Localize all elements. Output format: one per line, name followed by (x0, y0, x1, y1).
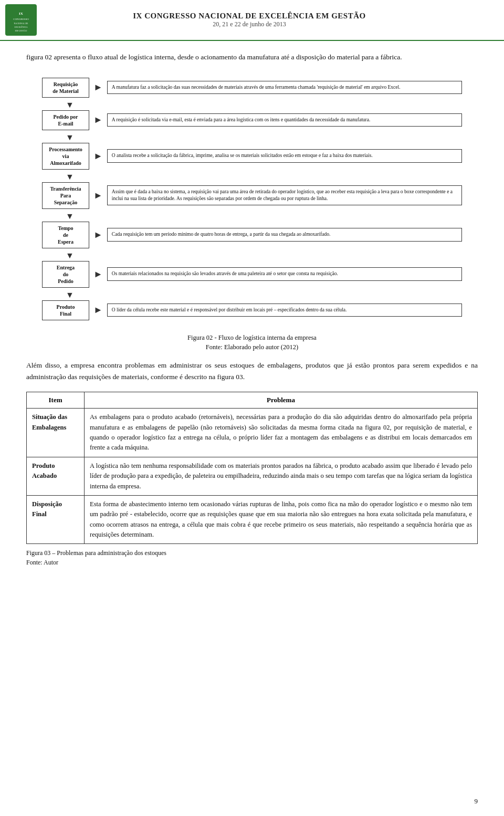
item-embalagens: Situação dasEmbalagens (27, 409, 85, 457)
figure-02-container: Requisiçãode Material ► A manufatura faz… (26, 72, 478, 353)
table-header-row: Item Problema (27, 392, 478, 409)
flow-down-6: ▼ (66, 291, 462, 299)
figure-03-caption-line1: Figura 03 – Problemas para administração… (26, 549, 166, 557)
flow-desc-7: O líder da célula recebe este material e… (107, 304, 462, 317)
table-row-produto-acabado: ProdutoAcabado A logística não tem nenhu… (27, 457, 478, 495)
problema-produto-acabado: A logística não tem nenhuma responsabili… (85, 457, 478, 495)
flow-desc-1: A manufatura faz a solicitação das suas … (107, 81, 462, 94)
flow-down-3: ▼ (66, 173, 462, 181)
flow-row-6: EntregadoPedido ► Os materiais relaciona… (42, 261, 462, 288)
flow-box-3: ProcessamentoviaAlmoxarifado (42, 143, 89, 170)
problems-table: Item Problema Situação dasEmbalagens As … (26, 392, 478, 544)
flow-desc-4: Assim que é dada a baixa no sistema, a r… (107, 185, 462, 206)
flow-diagram: Requisiçãode Material ► A manufatura faz… (37, 72, 467, 329)
page-number: 9 (475, 797, 478, 805)
flow-box-7: ProdutoFinal (42, 300, 89, 320)
figure-02-caption-line1: Figura 02 - Fluxo de logística interna d… (187, 334, 317, 341)
flow-arrow-2: ► (93, 114, 103, 125)
flow-down-1: ▼ (66, 101, 462, 109)
item-disposicao-final: DisposiçãoFinal (27, 495, 85, 544)
flow-arrow-5: ► (93, 229, 103, 240)
item-produto-acabado: ProdutoAcabado (27, 457, 85, 495)
svg-text:EM GESTÃO: EM GESTÃO (15, 29, 27, 32)
flow-row-4: TransferênciaParaSeparação ► Assim que é… (42, 182, 462, 209)
flow-row-7: ProdutoFinal ► O líder da célula recebe … (42, 300, 462, 320)
flow-arrow-7: ► (93, 305, 103, 316)
header-title-block: IX CONGRESSO NACIONAL DE EXCELÊNCIA EM G… (37, 12, 462, 28)
flow-row-3: ProcessamentoviaAlmoxarifado ► O analist… (42, 143, 462, 170)
conference-logo-icon: IX CONGRESSO NACIONAL DE EXCELÊNCIA EM G… (5, 4, 37, 36)
svg-text:NACIONAL DE: NACIONAL DE (14, 22, 28, 25)
conference-dates: 20, 21 e 22 de junho de 2013 (37, 20, 462, 28)
conference-title: IX CONGRESSO NACIONAL DE EXCELÊNCIA EM G… (37, 12, 462, 20)
logo-block: IX CONGRESSO NACIONAL DE EXCELÊNCIA EM G… (5, 4, 37, 36)
table-row-disposicao-final: DisposiçãoFinal Esta forma de abastecime… (27, 495, 478, 544)
col-item-header: Item (27, 392, 85, 409)
flow-down-2: ▼ (66, 133, 462, 142)
problema-disposicao-final: Esta forma de abastecimento interno tem … (85, 495, 478, 544)
flow-box-6: EntregadoPedido (42, 261, 89, 288)
flow-box-4: TransferênciaParaSeparação (42, 182, 89, 209)
figure-03-caption-line2: Fonte: Autor (26, 559, 58, 566)
svg-text:IX: IX (19, 12, 23, 16)
figure-02-caption-line2: Fonte: Elaborado pelo autor (2012) (206, 343, 298, 351)
flow-box-1: Requisiçãode Material (42, 78, 89, 98)
flow-down-5: ▼ (66, 252, 462, 260)
flow-desc-2: A requisição é solicitada via e-mail, es… (107, 113, 462, 127)
flow-row-5: TempodeEspera ► Cada requisição tem um p… (42, 222, 462, 248)
intro-paragraph: figura 02 apresenta o fluxo atual de log… (26, 51, 478, 63)
flow-box-5: TempodeEspera (42, 222, 89, 248)
figure-02-caption: Figura 02 - Fluxo de logística interna d… (187, 333, 317, 353)
flow-desc-6: Os materiais relacionados na requisição … (107, 267, 462, 280)
col-problema-header: Problema (85, 392, 478, 409)
mid-paragraph: Além disso, a empresa encontra problemas… (26, 360, 478, 382)
flow-desc-5: Cada requisição tem um período mínimo de… (107, 228, 462, 241)
svg-text:EXCELÊNCIA: EXCELÊNCIA (14, 26, 27, 28)
flow-box-2: Pedido porE-mail (42, 110, 89, 130)
main-content: figura 02 apresenta o fluxo atual de log… (0, 41, 504, 583)
figure-03-caption: Figura 03 – Problemas para administração… (26, 548, 478, 567)
flow-arrow-4: ► (93, 190, 103, 201)
flow-row-1: Requisiçãode Material ► A manufatura faz… (42, 78, 462, 98)
table-row-embalagens: Situação dasEmbalagens As embalagens par… (27, 409, 478, 457)
flow-desc-3: O analista recebe a solicitação da fábri… (107, 149, 462, 162)
page-header: IX CONGRESSO NACIONAL DE EXCELÊNCIA EM G… (0, 0, 504, 41)
flow-arrow-1: ► (93, 82, 103, 93)
svg-text:CONGRESSO: CONGRESSO (13, 18, 29, 20)
problema-embalagens: As embalagens para o produto acabado (re… (85, 409, 478, 457)
flow-arrow-6: ► (93, 269, 103, 280)
flow-arrow-3: ► (93, 151, 103, 162)
flow-row-2: Pedido porE-mail ► A requisição é solici… (42, 110, 462, 130)
flow-down-4: ▼ (66, 212, 462, 221)
